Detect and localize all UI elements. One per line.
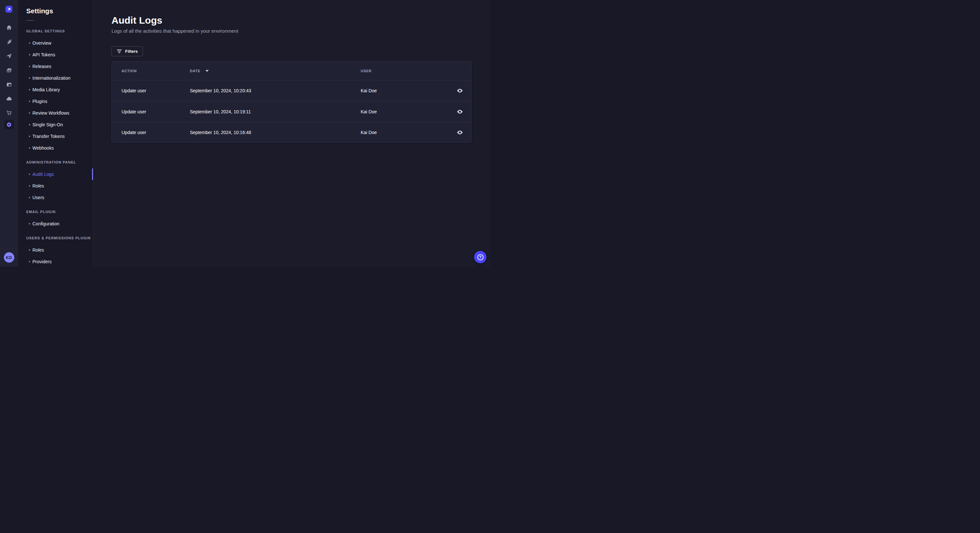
feather-icon[interactable] xyxy=(6,39,12,45)
rail-header xyxy=(0,0,18,19)
cell-date: September 10, 2024, 10:19:11 xyxy=(190,109,361,114)
section-label-users-permissions-plugin: Users & Permissions plugin xyxy=(26,236,93,240)
help-button[interactable]: ? xyxy=(474,251,487,263)
sidebar-item-single-sign-on[interactable]: Single Sign-On xyxy=(18,119,93,130)
eye-icon xyxy=(457,130,463,134)
table-row: Update user September 10, 2024, 10:16:48… xyxy=(112,122,471,143)
question-mark-icon: ? xyxy=(477,254,484,260)
section-label-email-plugin: Email Plugin xyxy=(26,210,93,214)
main-nav-rail: KD xyxy=(0,0,18,266)
cloud-icon[interactable] xyxy=(6,96,12,102)
section-list-users-permissions-plugin: Roles Providers xyxy=(18,244,93,266)
sidebar-item-plugins[interactable]: Plugins xyxy=(18,95,93,107)
cell-action: Update user xyxy=(121,130,190,135)
column-header-user: User xyxy=(361,69,443,73)
rail-icon-list xyxy=(4,19,14,130)
sidebar-item-admin-users[interactable]: Users xyxy=(18,192,93,203)
cell-date: September 10, 2024, 10:16:48 xyxy=(190,130,361,135)
page-title: Audit Logs xyxy=(111,15,490,26)
rail-footer: KD xyxy=(0,248,18,266)
section-label-global-settings: Global Settings xyxy=(26,29,93,33)
sort-desc-icon xyxy=(205,70,209,72)
sidebar-item-audit-logs[interactable]: Audit Logs xyxy=(18,168,93,180)
table-row: Update user September 10, 2024, 10:20:43… xyxy=(112,80,471,101)
section-list-email-plugin: Configuration xyxy=(18,218,93,230)
sidebar-item-api-tokens[interactable]: API Tokens xyxy=(18,49,93,60)
table-row: Update user September 10, 2024, 10:19:11… xyxy=(112,101,471,122)
filters-button[interactable]: Filters xyxy=(111,46,143,56)
subnav-title: Settings xyxy=(26,7,93,15)
cart-icon[interactable] xyxy=(6,110,12,116)
sidebar-item-email-configuration[interactable]: Configuration xyxy=(18,218,93,230)
filters-button-label: Filters xyxy=(125,49,138,54)
cell-action: Update user xyxy=(121,88,190,93)
sidebar-item-releases[interactable]: Releases xyxy=(18,60,93,72)
settings-subnav: Settings Global Settings Overview API To… xyxy=(18,0,93,266)
sidebar-item-transfer-tokens[interactable]: Transfer Tokens xyxy=(18,130,93,142)
sidebar-item-webhooks[interactable]: Webhooks xyxy=(18,142,93,154)
filter-lines-icon xyxy=(117,49,122,54)
column-header-date[interactable]: Date xyxy=(190,69,361,73)
sidebar-item-overview[interactable]: Overview xyxy=(18,37,93,49)
subnav-header: Settings xyxy=(18,0,93,21)
strapi-logo-icon[interactable] xyxy=(5,6,12,13)
cell-user: Kai Doe xyxy=(361,88,443,93)
cell-user: Kai Doe xyxy=(361,130,443,135)
eye-icon xyxy=(457,110,463,114)
cell-user: Kai Doe xyxy=(361,109,443,114)
sidebar-item-internationalization[interactable]: Internationalization xyxy=(18,72,93,84)
cell-date: September 10, 2024, 10:20:43 xyxy=(190,88,361,93)
view-log-button[interactable] xyxy=(454,85,465,96)
sidebar-item-up-roles[interactable]: Roles xyxy=(18,244,93,256)
section-label-administration-panel: Administration Panel xyxy=(26,160,93,165)
sidebar-item-review-workflows[interactable]: Review Workflows xyxy=(18,107,93,119)
avatar[interactable]: KD xyxy=(4,252,14,263)
layout-panel-icon[interactable] xyxy=(6,82,12,87)
sidebar-item-media-library[interactable]: Media Library xyxy=(18,84,93,95)
title-divider xyxy=(26,20,34,21)
home-icon[interactable] xyxy=(6,25,12,30)
table-header-row: Action Date User xyxy=(112,62,471,80)
view-log-button[interactable] xyxy=(454,127,465,138)
section-list-administration-panel: Audit Logs Roles Users xyxy=(18,168,93,203)
sidebar-item-up-providers[interactable]: Providers xyxy=(18,256,93,266)
cell-action: Update user xyxy=(121,109,190,114)
view-log-button[interactable] xyxy=(454,106,465,117)
gear-icon[interactable] xyxy=(4,120,14,130)
audit-logs-table: Action Date User Update user September 1… xyxy=(111,61,471,143)
sidebar-item-admin-roles[interactable]: Roles xyxy=(18,180,93,192)
eye-icon xyxy=(457,89,463,93)
column-header-action: Action xyxy=(121,69,190,73)
media-library-icon[interactable] xyxy=(6,67,12,73)
page-subtitle: Logs of all the activities that happened… xyxy=(111,28,490,34)
main-content: Audit Logs Logs of all the activities th… xyxy=(93,0,490,266)
paper-plane-icon[interactable] xyxy=(6,53,12,59)
section-list-global-settings: Overview API Tokens Releases Internation… xyxy=(18,37,93,154)
